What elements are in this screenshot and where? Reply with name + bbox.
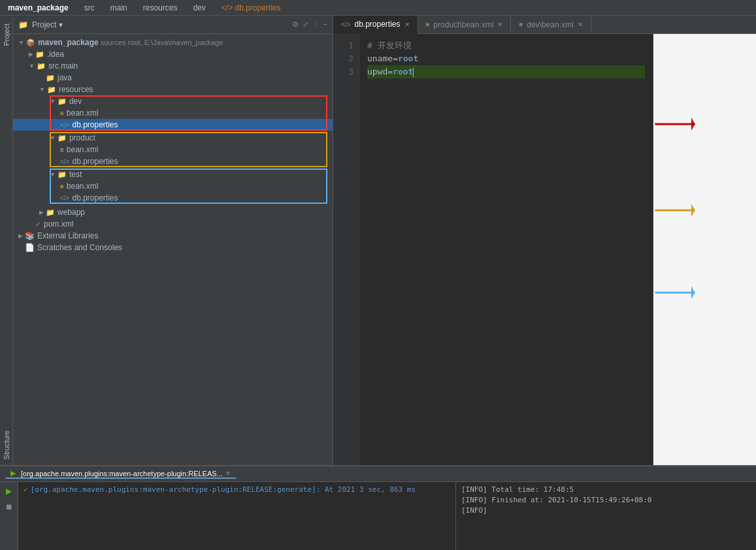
tree-dev-db-props[interactable]: </> db.properties [13, 119, 333, 131]
more-icon[interactable]: ⋮ [312, 20, 320, 29]
run-tabs: ▶ [org.apache.maven.plugins:maven-archet… [0, 466, 756, 482]
menu-maven-package[interactable]: maven_package [5, 2, 71, 14]
tree-product-db-label: db.properties [72, 157, 118, 166]
tree-product-bean-label: bean.xml [67, 145, 99, 154]
tree-dev-bean-label: bean.xml [67, 108, 99, 118]
tab-close-product[interactable]: ✕ [497, 21, 502, 28]
tree-resources[interactable]: ▼ 📁 resources [13, 84, 333, 95]
tree-idea[interactable]: ▶ 📁 .idea [13, 48, 333, 60]
tree-test-bean-label: bean.xml [67, 182, 99, 191]
run-output-line-info: ✓ [org.apache.maven.plugins:maven-archet… [24, 485, 450, 495]
run-output-right: [INFO] Total time: 17:48:5 [INFO] Finish… [455, 482, 756, 550]
tab-dev-bean-label: dev\bean.xml [527, 20, 573, 29]
text-cursor [413, 68, 414, 77]
gear-icon[interactable]: ⚙ [292, 20, 299, 29]
editor-tabs: </> db.properties ✕ ≡ product\bean.xml ✕… [333, 16, 756, 34]
editor-pane: 1 2 3 # 开发环境 uname=root [333, 34, 653, 465]
tab-db-label: db.properties [354, 20, 400, 29]
panel-right: </> db.properties ✕ ≡ product\bean.xml ✕… [333, 16, 756, 465]
tree-pom-label: pom.xml [44, 219, 73, 229]
tree-root[interactable]: ▼ 📦 maven_package sources root, E:\Java\… [13, 37, 333, 48]
line-num-3: 3 [338, 65, 353, 78]
tree-dev-db-label: db.properties [72, 120, 118, 129]
run-play-btn[interactable]: ▶ [3, 485, 16, 498]
menu-dev[interactable]: dev [190, 2, 208, 14]
line-num-2: 2 [338, 52, 353, 65]
annotation-pane: dev 本地环境 product 正式环境 test 测试环境 [653, 34, 756, 465]
tree-product-label: product [69, 133, 95, 142]
project-panel-header: 📁 Project ▾ ⚙ ⤢ ⋮ − [13, 16, 333, 34]
tab-xml-icon-1: ≡ [426, 21, 430, 28]
run-out-line-1: [INFO] Total time: 17:48:5 [461, 485, 751, 495]
run-toolbar: ▶ ⏹ [0, 482, 18, 550]
tab-close-db[interactable]: ✕ [404, 21, 410, 28]
tab-product-bean-label: product\bean.xml [433, 20, 493, 29]
tree-java-label: java [58, 73, 72, 82]
tree-scratches-label: Scratches and Consoles [37, 243, 122, 252]
tree-java[interactable]: ▶ 📁 java [13, 72, 333, 84]
run-out-line-2: [INFO] Finished at: 2021-10-15T15:49:26+… [461, 495, 751, 506]
tree-webapp[interactable]: ▶ 📁 webapp [13, 206, 333, 218]
tree-dev[interactable]: ▼ 📁 dev [13, 95, 333, 107]
tab-product-bean[interactable]: ≡ product\bean.xml ✕ [418, 16, 512, 33]
line-numbers: 1 2 3 [333, 34, 359, 465]
tree-scratches[interactable]: ▶ 📄 Scratches and Consoles [13, 242, 333, 253]
tree-resources-label: resources [59, 85, 93, 94]
line-num-1: 1 [338, 39, 353, 52]
sidebar-project-icon[interactable]: Project [3, 24, 10, 46]
tree-dev-bean-xml[interactable]: ≡ bean.xml [13, 107, 333, 119]
tree-webapp-label: webapp [58, 208, 85, 217]
run-tab-main[interactable]: ▶ [org.apache.maven.plugins:maven-archet… [5, 469, 236, 479]
tree-dev-label: dev [69, 97, 82, 106]
expand-icon[interactable]: ⤢ [303, 20, 308, 29]
menu-main[interactable]: main [108, 2, 130, 14]
tree-test-db-props[interactable]: </> db.properties [13, 192, 333, 204]
menu-bar: maven_package src main resources dev </>… [0, 0, 756, 16]
run-status-icon: ▶ [10, 469, 16, 477]
tree-test-bean-xml[interactable]: ≡ bean.xml [13, 180, 333, 192]
menu-resources[interactable]: resources [140, 2, 180, 14]
folder-icon: 📁 [18, 20, 28, 29]
tree-test-label: test [69, 170, 82, 179]
run-stop-btn[interactable]: ⏹ [3, 500, 16, 513]
code-line-3: upwd=root [367, 65, 645, 78]
tree-test-db-label: db.properties [72, 193, 118, 202]
close-panel-icon[interactable]: − [323, 20, 327, 29]
tree-idea-label: .idea [47, 50, 64, 59]
code-line-1: # 开发环境 [367, 39, 645, 52]
sidebar-structure-icon[interactable]: Structure [3, 430, 10, 460]
tree-product-bean-xml[interactable]: ≡ bean.xml [13, 144, 333, 155]
menu-src[interactable]: src [82, 2, 97, 14]
tree-product-db-props[interactable]: </> db.properties [13, 155, 333, 167]
arrows-svg [653, 34, 756, 465]
run-tab-close[interactable]: ✕ [225, 470, 231, 477]
right-content: 1 2 3 # 开发环境 uname=root [333, 34, 756, 465]
run-content: ▶ ⏹ ✓ [org.apache.maven.plugins:maven-ar… [0, 482, 756, 550]
bottom-panel: ▶ [org.apache.maven.plugins:maven-archet… [0, 465, 756, 550]
tab-close-dev[interactable]: ✕ [578, 21, 583, 28]
tree-src-main-label: src.main [48, 61, 78, 71]
tree-ext-libs-label: External Libraries [37, 231, 98, 240]
tab-db-properties[interactable]: </> db.properties ✕ [333, 16, 418, 34]
run-out-line-3: [INFO] [461, 506, 751, 516]
tree-src-main[interactable]: ▼ 📁 src.main [13, 60, 333, 72]
tree-root-label: maven_package sources root, E:\Java\mave… [38, 38, 223, 47]
tree-product[interactable]: ▼ 📁 product [13, 132, 333, 144]
run-output-link[interactable]: [org.apache.maven.plugins:maven-archetyp… [31, 485, 416, 495]
code-line-2: uname=root [367, 52, 645, 65]
tree-pom[interactable]: ▶ ✓ pom.xml [13, 218, 333, 230]
project-title[interactable]: Project ▾ [32, 20, 63, 29]
tab-xml-icon-2: ≡ [519, 21, 523, 28]
run-check-icon: ✓ [24, 485, 28, 495]
code-area[interactable]: # 开发环境 uname=root upwd=root [359, 34, 653, 465]
tree-ext-libs[interactable]: ▶ 📚 External Libraries [13, 230, 333, 242]
project-tree: ▼ 📦 maven_package sources root, E:\Java\… [13, 34, 333, 465]
sidebar-strip: Project Structure [0, 16, 13, 465]
tab-dev-bean[interactable]: ≡ dev\bean.xml ✕ [511, 16, 591, 33]
run-tab-label: [org.apache.maven.plugins:maven-archetyp… [21, 470, 223, 477]
project-panel: 📁 Project ▾ ⚙ ⤢ ⋮ − ▼ 📦 [13, 16, 333, 465]
menu-db-properties[interactable]: </> db.properties [219, 2, 284, 14]
tab-props-icon: </> [341, 21, 350, 28]
tree-test[interactable]: ▼ 📁 test [13, 169, 333, 180]
run-output-left: ✓ [org.apache.maven.plugins:maven-archet… [18, 482, 455, 550]
